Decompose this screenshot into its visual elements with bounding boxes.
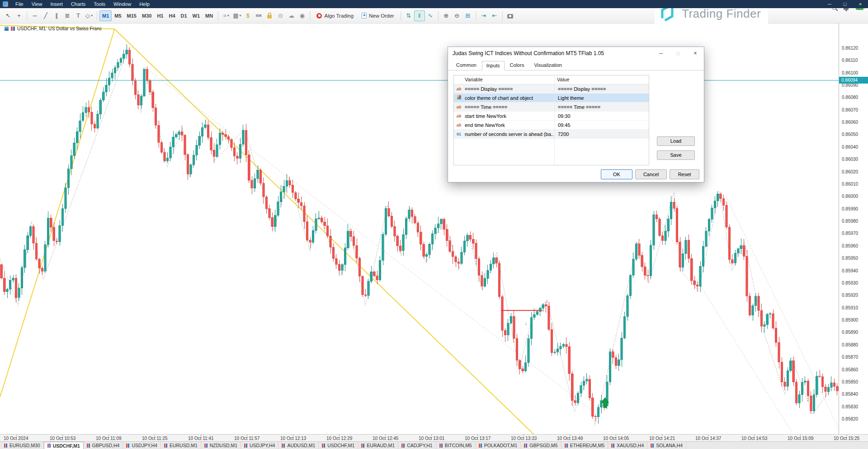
ok-button[interactable]: OK — [601, 169, 632, 179]
ide-icon[interactable]: IDE — [253, 10, 264, 21]
load-button[interactable]: Load — [657, 136, 695, 146]
shift-end-icon[interactable]: ⇥ — [478, 10, 489, 21]
save-button[interactable]: Save — [657, 150, 695, 160]
chart-symbol-title: USDCHF, M1: US Dollar vs Swiss Franc — [17, 26, 102, 31]
menu-charts[interactable]: Charts — [67, 0, 90, 8]
mini-chart-icon — [479, 444, 482, 448]
fibonacci-tool-icon[interactable]: ≣ — [62, 10, 73, 21]
timeframe-mn[interactable]: MN — [203, 10, 216, 21]
menu-window[interactable]: Window — [109, 0, 135, 8]
tile-windows-icon[interactable]: ⊞ — [462, 10, 473, 21]
param-type-icon: ab — [454, 87, 464, 91]
symbol-tab-polkadot-m1[interactable]: POLKADOT,M1 — [476, 442, 521, 449]
horizontal-line-tool-icon[interactable]: ─ — [29, 10, 40, 21]
timeframe-m1[interactable]: M1 — [99, 10, 112, 21]
symbol-tab-label: GBPUSD,H4 — [92, 443, 120, 448]
dialog-minimize-button[interactable]: ─ — [652, 47, 670, 60]
window-close-button[interactable]: × — [853, 0, 868, 8]
cancel-button[interactable]: Cancel — [635, 169, 667, 179]
candlestick-chart[interactable]: ↓↑ — [0, 23, 839, 434]
window-restore-button[interactable]: □ — [837, 0, 853, 8]
cursor-icon[interactable]: ↖ — [3, 10, 14, 21]
dialog-tab-inputs[interactable]: Inputs — [482, 61, 505, 70]
timeframe-m30[interactable]: M30 — [139, 10, 154, 21]
signal-icon[interactable]: ⊙ — [275, 10, 286, 21]
dialog-close-button[interactable]: × — [687, 47, 704, 60]
param-row-0[interactable]: ab===== Display ========== Display ===== — [454, 84, 649, 94]
mini-chart-icon — [47, 444, 51, 448]
symbol-tab-usdjpy-h4[interactable]: USDJPY,H4 — [123, 442, 160, 449]
param-value[interactable]: 7200 — [554, 131, 569, 137]
trendline-rising-yellow[interactable] — [0, 29, 115, 397]
menu-view[interactable]: View — [28, 0, 47, 8]
timeframe-m5[interactable]: M5 — [112, 10, 124, 21]
timeframe-d1[interactable]: D1 — [178, 10, 190, 21]
timeframe-w1[interactable]: W1 — [190, 10, 203, 21]
param-row-3[interactable]: abstart time NewYork09:30 — [454, 112, 649, 121]
screenshot-icon[interactable] — [505, 10, 516, 21]
param-value[interactable]: 09:30 — [554, 113, 571, 119]
symbol-tab-cadjpy-h1[interactable]: CADJPY,H1 — [398, 442, 436, 449]
depth-of-market-icon[interactable]: ‖ — [414, 10, 425, 21]
symbol-tab-gbpsgd-m5[interactable]: GBPSGD,M5 — [521, 442, 561, 449]
dialog-tab-visualization[interactable]: Visualization — [529, 61, 566, 70]
symbol-tab-usdjpy-h4[interactable]: USDJPY,H4 — [241, 442, 278, 449]
reset-button[interactable]: Reset — [670, 169, 699, 179]
param-value[interactable]: Light theme — [554, 95, 584, 101]
crosshair-icon[interactable]: + — [14, 10, 24, 21]
symbol-tab-solana-h4[interactable]: SOLANA,H4 — [647, 442, 686, 449]
symbol-tab-nzdusd-m1[interactable]: NZDUSD,M1 — [201, 442, 241, 449]
symbol-tab-eurusd-m30[interactable]: EURUSD,M30 — [1, 442, 44, 449]
symbol-tab-usdchf-m1[interactable]: USDCHF,M1 — [319, 442, 358, 449]
price-label: 0.85860 — [842, 367, 858, 372]
color-theme-icon — [457, 95, 461, 99]
dialog-tab-colors[interactable]: Colors — [505, 61, 529, 70]
timeframe-m15[interactable]: M15 — [124, 10, 139, 21]
param-row-4[interactable]: abend time NewYork09:45 — [454, 121, 649, 130]
cloud-icon[interactable]: ☁ — [286, 10, 297, 21]
window-minimize-button[interactable]: ─ — [822, 0, 837, 8]
indicators-icon[interactable]: ≈▾ — [221, 10, 231, 21]
price-scale[interactable]: 0.86094 0.861200.861100.861000.860900.86… — [839, 23, 868, 434]
symbol-tab-eurusd-m1[interactable]: EURUSD,M1 — [161, 442, 201, 449]
equidistant-channel-tool-icon[interactable]: ∥ — [51, 10, 62, 21]
symbol-tab-audusd-m1[interactable]: AUDUSD,M1 — [278, 442, 319, 449]
menu-tools[interactable]: Tools — [90, 0, 109, 8]
param-value[interactable]: ===== Time ===== — [554, 104, 600, 110]
tick-arrows-icon[interactable]: ⇅ — [403, 10, 414, 21]
menu-help[interactable]: Help — [135, 0, 154, 8]
auto-scroll-icon[interactable]: ⇤ — [489, 10, 500, 21]
symbol-tab-bar: EURUSD,M30USDCHF,M1GBPUSD,H4USDJPY,H4EUR… — [0, 441, 868, 449]
menu-file[interactable]: File — [11, 0, 28, 8]
symbol-tab-xauusd-h4[interactable]: XAUUSD,H4 — [608, 442, 647, 449]
symbol-tab-gbpusd-h4[interactable]: GBPUSD,H4 — [84, 442, 123, 449]
param-row-2[interactable]: ab===== Time ========== Time ===== — [454, 103, 649, 112]
dialog-tab-common[interactable]: Common — [452, 61, 481, 70]
algo-trading-button[interactable]: Algo Trading — [312, 10, 358, 21]
templates-icon[interactable]: ▦▾ — [231, 10, 242, 21]
symbol-tab-euraud-m1[interactable]: EURAUD,M1 — [358, 442, 398, 449]
zoom-out-icon[interactable]: ⊖ — [452, 10, 462, 21]
param-value[interactable]: ===== Display ===== — [554, 86, 606, 92]
timeframe-h1[interactable]: H1 — [154, 10, 166, 21]
text-tool-icon[interactable]: T — [73, 10, 84, 21]
dialog-titlebar[interactable]: Judas Swing ICT Indices Without Confirma… — [448, 47, 704, 60]
community-icon[interactable]: ◉ — [297, 10, 307, 21]
new-order-button[interactable]: New Order — [358, 10, 398, 21]
trendline-tool-icon[interactable]: ╱ — [40, 10, 51, 21]
symbol-tab-label: EURAUD,M1 — [367, 443, 395, 448]
param-row-5[interactable]: 01number of seconds server is ahead (ba.… — [454, 130, 649, 139]
param-value[interactable]: 09:45 — [554, 122, 571, 128]
shapes-tool-icon[interactable]: ◇▾ — [84, 10, 94, 21]
market-icon[interactable]: $ — [242, 10, 253, 21]
symbol-tab-usdchf-m1[interactable]: USDCHF,M1 — [44, 442, 84, 449]
timeframe-h4[interactable]: H4 — [166, 10, 178, 21]
menu-insert[interactable]: Insert — [46, 0, 67, 8]
symbol-tab-bitcoin-m5[interactable]: BITCOIN,M5 — [436, 442, 476, 449]
zoom-in-icon[interactable]: ⊕ — [441, 10, 452, 21]
param-row-1[interactable]: color theme of chart and objectLight the… — [454, 94, 649, 103]
lock-icon[interactable] — [264, 10, 275, 21]
symbol-tab-ethereum-m5[interactable]: ETHEREUM,M5 — [561, 442, 608, 449]
zigzag-indicator-icon[interactable]: ∿ — [425, 10, 436, 21]
time-axis[interactable]: 10 Oct 202410 Oct 10:5310 Oct 11:0910 Oc… — [0, 434, 868, 441]
